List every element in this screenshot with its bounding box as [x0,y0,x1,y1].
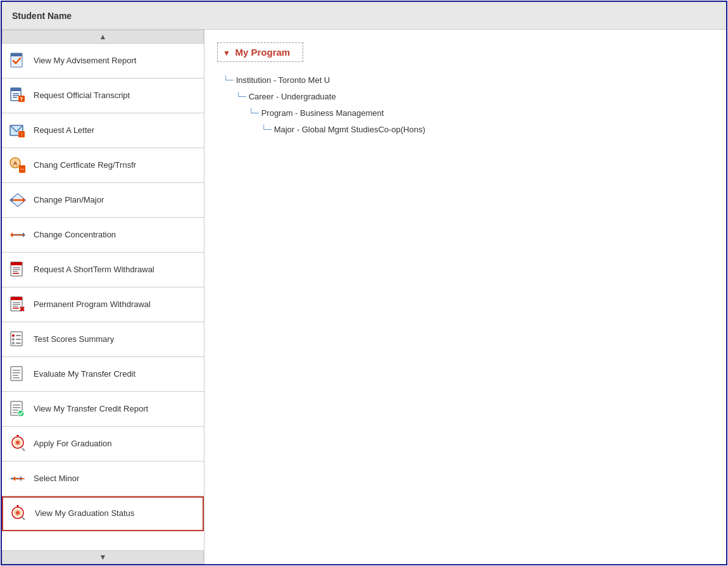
svg-rect-30 [13,273,19,274]
svg-point-44 [12,342,15,344]
tree-prefix-program: └─ [249,105,259,122]
evaluate-transfer-label: Evaluate My Transfer Credit [34,369,135,380]
change-concentration-label: Change Concentration [34,230,116,241]
sidebar-item-change-concentration[interactable]: Change Concentration [2,218,204,253]
tree-label-program: Program - Business Management [261,105,384,122]
permanent-withdrawal-label: Permanent Program Withdrawal [34,299,151,310]
svg-rect-29 [13,271,18,272]
tree-row-institution: └─ Institution - Toronto Met U [223,72,713,89]
main-content: ▲ View My Advisement Report [2,30,726,564]
chang-certificate-label: Chang Certficate Reg/Trnsfr [34,160,136,171]
advisement-report-label: View My Advisement Report [34,56,136,66]
svg-point-59 [16,441,20,444]
scroll-up-icon: ▲ [99,32,107,41]
scroll-up-button[interactable]: ▲ [2,30,204,44]
svg-rect-50 [13,377,20,379]
svg-line-62 [22,448,25,451]
svg-rect-35 [13,306,18,307]
permanent-withdrawal-icon [8,295,27,314]
svg-rect-34 [13,304,20,305]
tree-label-career: Career - Undergraduate [249,89,336,105]
change-concentration-icon [8,225,27,244]
sidebar: ▲ View My Advisement Report [2,30,204,564]
svg-text:A: A [13,160,18,167]
svg-point-71 [16,505,19,506]
svg-rect-46 [11,367,22,380]
change-plan-icon [8,191,27,210]
my-program-title: My Program [235,47,291,58]
sidebar-item-evaluate-transfer[interactable]: Evaluate My Transfer Credit [2,357,204,392]
svg-rect-5 [13,95,19,96]
svg-rect-45 [16,343,21,344]
sidebar-item-select-minor[interactable]: Select Minor [2,462,204,496]
tree-label-major: Major - Global Mgmt StudiesCo-op(Hons) [274,122,425,138]
graduation-status-icon [9,505,28,524]
sidebar-item-transfer-credit-report[interactable]: View My Transfer Credit Report [2,392,204,427]
request-letter-icon: ↑ [8,121,27,140]
svg-text:T: T [20,96,23,102]
svg-point-40 [12,334,15,337]
svg-line-72 [22,517,25,520]
svg-rect-41 [16,335,21,336]
collapse-icon[interactable]: ▼ [223,49,230,58]
student-name: Student Name [12,11,72,21]
request-letter-label: Request A Letter [34,125,94,136]
tree-label-institution: Institution - Toronto Met U [236,72,330,89]
chang-certificate-icon: A ↔ [8,156,27,175]
header: Student Name [2,2,726,30]
evaluate-transfer-icon [8,365,27,384]
tree-prefix-institution: └─ [223,72,234,89]
advisement-report-icon [8,51,27,70]
test-scores-label: Test Scores Summary [34,334,114,345]
sidebar-item-change-plan[interactable]: Change Plan/Major [2,183,204,218]
app-container: Student Name ▲ [1,1,727,565]
sidebar-item-chang-certificate[interactable]: A ↔ Chang Certficate Reg/Trnsfr [2,148,204,183]
apply-graduation-label: Apply For Graduation [34,439,112,450]
sidebar-item-official-transcript[interactable]: T Request Official Transcript [2,79,204,113]
short-term-withdrawal-icon [8,260,27,279]
test-scores-icon [8,330,27,349]
svg-point-61 [16,435,19,436]
sidebar-item-short-term-withdrawal[interactable]: Request A ShortTerm Withdrawal [2,253,204,287]
sidebar-item-permanent-withdrawal[interactable]: Permanent Program Withdrawal [2,287,204,322]
apply-graduation-icon [8,434,27,453]
svg-marker-20 [10,198,13,203]
short-term-withdrawal-label: Request A ShortTerm Withdrawal [34,265,154,275]
transfer-credit-report-icon [8,399,27,418]
scroll-down-icon: ▼ [99,553,107,562]
svg-rect-54 [13,410,18,411]
svg-rect-33 [13,302,20,303]
my-program-box: ▼ My Program [217,42,303,62]
sidebar-item-apply-graduation[interactable]: Apply For Graduation [2,427,204,462]
sidebar-item-request-letter[interactable]: ↑ Request A Letter [2,113,204,148]
svg-rect-26 [11,262,22,265]
svg-rect-32 [11,297,22,300]
sidebar-scroll[interactable]: View My Advisement Report T [2,44,204,550]
svg-marker-24 [10,232,13,237]
svg-text:↑: ↑ [20,132,23,137]
official-transcript-label: Request Official Transcript [34,91,130,101]
program-tree: └─ Institution - Toronto Met U └─ Career… [223,72,713,138]
scroll-down-button[interactable]: ▼ [2,550,204,564]
sidebar-item-graduation-status[interactable]: View My Graduation Status [2,496,204,531]
select-minor-icon [8,469,27,488]
svg-marker-19 [23,198,25,203]
graduation-status-label: View My Graduation Status [35,508,134,519]
tree-row-major: └─ Major - Global Mgmt StudiesCo-op(Hons… [223,122,713,138]
transfer-credit-report-label: View My Transfer Credit Report [34,404,148,415]
svg-marker-66 [13,476,15,481]
svg-point-69 [16,511,20,515]
sidebar-item-test-scores[interactable]: Test Scores Summary [2,322,204,357]
tree-prefix-major: └─ [261,122,272,138]
svg-rect-3 [11,88,21,91]
sidebar-item-advisement-report[interactable]: View My Advisement Report [2,44,204,79]
svg-rect-6 [13,97,17,98]
select-minor-label: Select Minor [34,474,79,484]
svg-text:↔: ↔ [20,166,25,172]
svg-rect-47 [13,370,20,371]
svg-rect-27 [13,267,20,268]
content-area: ▼ My Program └─ Institution - Toronto Me… [204,30,726,564]
change-plan-label: Change Plan/Major [34,195,104,206]
svg-rect-49 [13,375,18,376]
svg-rect-28 [13,269,20,270]
